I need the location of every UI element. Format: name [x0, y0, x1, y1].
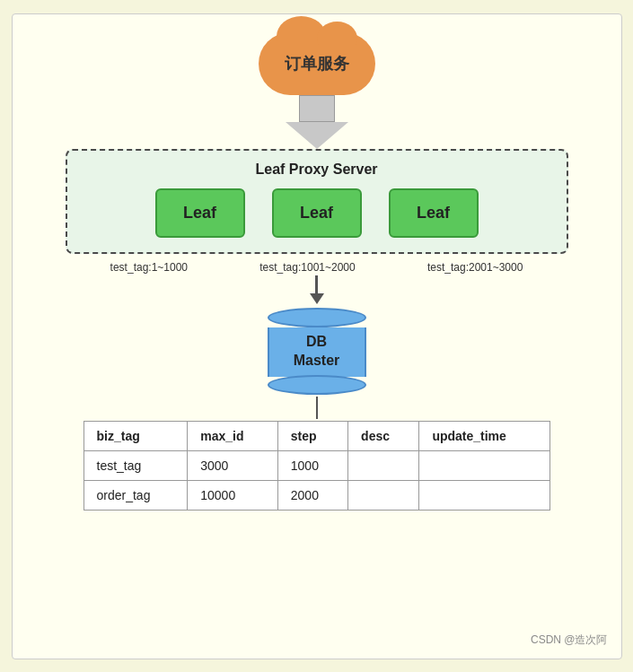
- leaf-node-2: Leaf: [272, 188, 362, 238]
- col-header-step: step: [277, 421, 347, 450]
- leaf-node-3: Leaf: [389, 188, 479, 238]
- cell-r0-c3: [348, 450, 419, 480]
- tag-label-1: test_tag:1~1000: [110, 261, 188, 274]
- arrow-shaft: [299, 95, 335, 122]
- cell-r1-c2: 2000: [277, 480, 347, 510]
- leaf-nodes-row: Leaf Leaf Leaf: [155, 188, 479, 238]
- arrow-head-v: [310, 293, 324, 304]
- cell-r0-c4: [419, 450, 549, 480]
- col-header-desc: desc: [348, 421, 419, 450]
- db-label-line2: Master: [294, 352, 340, 371]
- cylinder-body: DB Master: [268, 327, 366, 377]
- cloud-label: 订单服务: [285, 53, 349, 74]
- tags-row: test_tag:1~1000 test_tag:1001~2000 test_…: [66, 261, 568, 274]
- table-row: test_tag30001000: [84, 450, 549, 480]
- tag-label-3: test_tag:2001~3000: [427, 261, 523, 274]
- col-header-biz-tag: biz_tag: [84, 421, 188, 450]
- main-container: 订单服务 Leaf Proxy Server Leaf Leaf Leaf te…: [12, 13, 622, 659]
- db-cylinder: DB Master: [268, 308, 366, 395]
- cell-r0-c0: test_tag: [84, 450, 188, 480]
- arrow-head: [286, 122, 348, 149]
- leaf-node-1: Leaf: [155, 188, 245, 238]
- cell-r1-c3: [348, 480, 419, 510]
- col-header-max-id: max_id: [188, 421, 278, 450]
- cell-r1-c1: 10000: [188, 480, 278, 510]
- data-table: biz_tag max_id step desc update_time tes…: [84, 421, 550, 511]
- tag-label-2: test_tag:1001~2000: [259, 261, 355, 274]
- table-header-row: biz_tag max_id step desc update_time: [84, 421, 549, 450]
- watermark: CSDN @造次阿: [531, 633, 608, 648]
- cloud-shape: 订单服务: [259, 32, 375, 95]
- proxy-title: Leaf Proxy Server: [255, 161, 377, 178]
- cylinder-bottom: [268, 375, 366, 395]
- col-header-update-time: update_time: [419, 421, 549, 450]
- table-row: order_tag100002000: [84, 480, 549, 510]
- arrow-shaft-v: [315, 275, 318, 293]
- db-container: DB Master: [268, 308, 366, 395]
- cell-r0-c1: 3000: [188, 450, 278, 480]
- arrow-proxy-to-db: [310, 275, 324, 304]
- cell-r0-c2: 1000: [277, 450, 347, 480]
- arrow-cloud-to-proxy: [286, 95, 348, 149]
- db-label-line1: DB: [306, 333, 327, 352]
- proxy-server-box: Leaf Proxy Server Leaf Leaf Leaf: [66, 149, 568, 254]
- line-db-to-table: [316, 397, 318, 419]
- cell-r1-c0: order_tag: [84, 480, 188, 510]
- cell-r1-c4: [419, 480, 549, 510]
- cylinder-top: [268, 308, 366, 327]
